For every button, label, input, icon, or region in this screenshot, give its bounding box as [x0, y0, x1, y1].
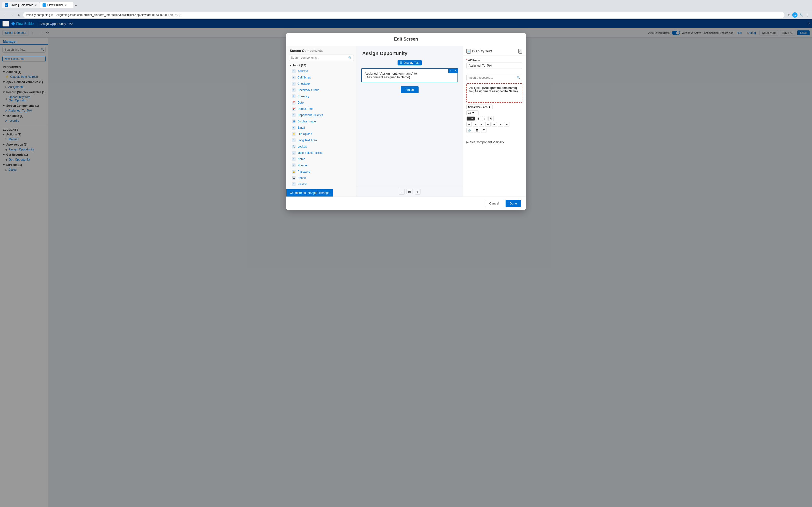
components-search-icon: 🔍 [348, 56, 352, 59]
canvas-component-box[interactable]: + ✕ Assigned {!Assignment.item.name} to … [361, 68, 458, 82]
appexchange-button[interactable]: Get more on the AppExchange [286, 189, 333, 196]
account-button[interactable]: G [792, 12, 798, 18]
settings-button[interactable]: ⋮ [805, 12, 810, 18]
italic-button[interactable]: I [482, 116, 488, 121]
unordered-list-button[interactable]: ≡ [473, 122, 478, 127]
cancel-button[interactable]: Cancel [485, 200, 503, 207]
components-group-input-header[interactable]: ▼ Input (24) [286, 63, 356, 68]
underline-button[interactable]: U [489, 116, 494, 121]
zoom-in-button[interactable]: + [415, 189, 420, 194]
bold-button[interactable]: B [476, 116, 481, 121]
text-color-button[interactable]: ▼ [466, 116, 475, 121]
rich-text-area[interactable]: Assigned {!Assignment.item.name} to {!As… [466, 83, 522, 103]
components-search-input[interactable] [289, 55, 354, 61]
component-email[interactable]: ✉ Email [286, 125, 356, 131]
component-label: Currency [298, 95, 309, 98]
forward-button[interactable]: → [9, 12, 15, 18]
dependent-picklists-icon: □ [292, 113, 296, 117]
component-display-image[interactable]: 🖼 Display Image [286, 118, 356, 125]
display-text-icon: ☰ [400, 61, 403, 64]
tab-flow-builder-close[interactable]: ✕ [65, 4, 67, 6]
api-name-input[interactable] [466, 62, 522, 69]
component-label: Address [298, 69, 308, 73]
rich-text-content: Assigned {!Assignment.item.name} to {!As… [469, 86, 519, 93]
breadcrumb-separator: | [37, 22, 38, 25]
component-delete-button[interactable]: ✕ [453, 68, 458, 73]
component-picklist[interactable]: □ Picklist [286, 181, 356, 187]
extensions-button[interactable]: 🔧 [799, 12, 804, 18]
align-row: ≡ ≡ ≡ ≡ ≡ ≡ ≡ [466, 122, 522, 127]
align-left-button[interactable]: ≡ [492, 122, 497, 127]
tab-flows-close[interactable]: ✕ [35, 4, 37, 6]
component-lookup[interactable]: 🔍 Lookup [286, 144, 356, 150]
back-button[interactable]: ← [2, 12, 8, 18]
canvas-panel: Assign Opportunity ☰ Display Text + ✕ As… [356, 46, 463, 196]
zoom-fit-button[interactable]: ⊞ [406, 189, 413, 194]
component-address[interactable]: □ Address [286, 68, 356, 74]
call-script-icon: ✓ [292, 75, 296, 79]
component-add-button[interactable]: + [448, 68, 453, 73]
link-button[interactable]: 🔗 [466, 128, 473, 133]
tab-flows[interactable]: SF Flows | Salesforce ✕ [2, 2, 40, 8]
component-label: Picklist [298, 182, 306, 186]
rich-text-bold-1: {!Assignment.item.name} [482, 86, 517, 90]
component-multi-select-picklist[interactable]: □ Multi-Select Picklist [286, 150, 356, 156]
zoom-out-button[interactable]: − [399, 189, 405, 194]
align-center-button[interactable]: ≡ [498, 122, 503, 127]
component-call-script[interactable]: ✓ Call Script [286, 74, 356, 80]
component-number[interactable]: # Number [286, 162, 356, 169]
resource-search-input[interactable] [466, 74, 522, 81]
address-input[interactable] [23, 12, 784, 18]
outdent-button[interactable]: ≡ [485, 122, 491, 127]
modal-footer: Cancel Done [286, 196, 526, 210]
canvas-content: Assign Opportunity ☰ Display Text + ✕ As… [356, 46, 463, 187]
component-long-text-area[interactable]: □ Long Text Area [286, 137, 356, 144]
component-checkbox[interactable]: ✓ Checkbox [286, 80, 356, 87]
modal-header: Edit Screen [286, 33, 526, 46]
app-back-button[interactable]: ← [2, 21, 9, 26]
display-image-icon: 🖼 [292, 119, 296, 123]
font-toolbar: Salesforce Sans ▼ [466, 105, 522, 109]
component-name[interactable]: □ Name [286, 156, 356, 162]
properties-header: ← Display Text ⤢ [463, 46, 526, 56]
properties-back-button[interactable]: ← [466, 49, 471, 54]
components-panel-title: Screen Components [286, 46, 356, 55]
properties-expand-button[interactable]: ⤢ [518, 49, 522, 54]
component-date[interactable]: 📅 Date [286, 100, 356, 106]
done-button[interactable]: Done [506, 200, 521, 207]
component-label: Password [298, 170, 310, 173]
component-label: Checkbox [298, 82, 310, 86]
modal-body: Screen Components 🔍 ▼ Input (24) □ Addre… [286, 46, 526, 196]
star-button[interactable]: ☆ [786, 12, 791, 18]
edit-screen-modal: Edit Screen Screen Components 🔍 ▼ Input … [286, 33, 526, 210]
app-header: ← 🔷 Flow Builder | Assign Opportunity - … [0, 19, 812, 28]
set-visibility-section[interactable]: ▶ Set Component Visibility [463, 138, 526, 146]
multi-select-picklist-icon: □ [292, 151, 296, 155]
rich-text-bold-2: {!Assignment.assignedTo.Name} [472, 90, 518, 93]
tab-flow-builder[interactable]: 🔷 Flow Builder ✕ [40, 2, 73, 8]
component-currency[interactable]: $ Currency [286, 93, 356, 100]
component-file-upload[interactable]: 📁 File Upload [286, 131, 356, 137]
component-password[interactable]: 🔒 Password [286, 169, 356, 175]
text-format-button[interactable]: T [481, 128, 487, 133]
ordered-list-button[interactable]: ≡ [466, 122, 472, 127]
add-tab-button[interactable]: + [73, 3, 79, 8]
image-button[interactable]: 🖼 [474, 128, 480, 133]
italic-icon: I [484, 117, 485, 120]
display-text-pill[interactable]: ☰ Display Text [398, 60, 422, 65]
font-family-select[interactable]: Salesforce Sans ▼ [466, 105, 493, 109]
component-checkbox-group[interactable]: □ Checkbox Group [286, 87, 356, 93]
finish-button[interactable]: Finish [401, 86, 419, 93]
help-button[interactable]: ? [808, 22, 810, 25]
component-actions: + ✕ [448, 68, 458, 73]
component-date-time[interactable]: 📅 Date & Time [286, 106, 356, 112]
font-size-select[interactable]: 12 ▼ [466, 110, 478, 115]
visibility-chevron: ▶ [466, 140, 469, 144]
align-right-button[interactable]: ≡ [504, 122, 509, 127]
password-icon: 🔒 [292, 170, 296, 174]
component-phone[interactable]: 📞 Phone [286, 175, 356, 181]
resource-search: 🔍 [466, 74, 522, 81]
reload-button[interactable]: ↻ [16, 12, 22, 18]
component-dependent-picklists[interactable]: □ Dependent Picklists [286, 112, 356, 118]
indent-button[interactable]: ≡ [479, 122, 484, 127]
